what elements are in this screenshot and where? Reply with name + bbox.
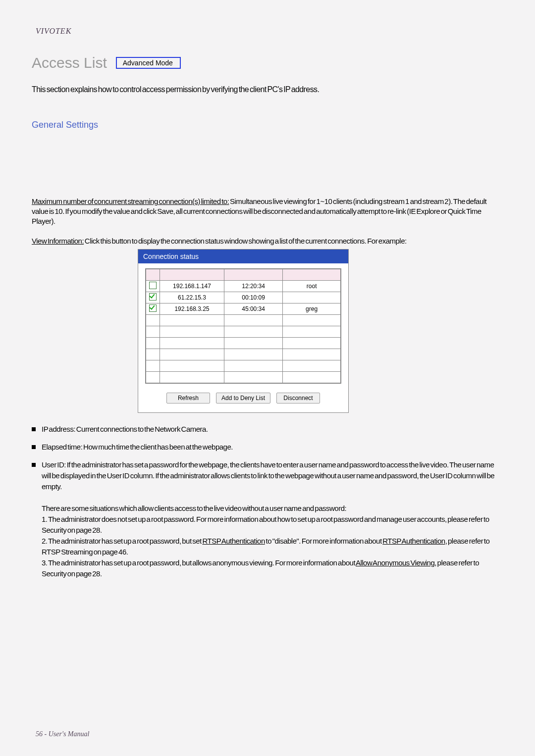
table-row: 61.22.15.3 00:10:09 <box>146 292 341 303</box>
panel-body: 192.168.1.147 12:20:34 root 61.22.15.3 0… <box>138 263 348 412</box>
connection-table-wrap: 192.168.1.147 12:20:34 root 61.22.15.3 0… <box>145 268 341 384</box>
bullet-userid-sub1: 1. The administrator does not set up a r… <box>42 515 489 534</box>
checkbox-icon[interactable] <box>149 282 157 289</box>
bullet-userid-sub2a: 2. The administrator has set up a root p… <box>42 537 202 545</box>
refresh-button[interactable]: Refresh <box>166 393 210 403</box>
row2-check-cell[interactable] <box>146 303 160 315</box>
title-line: Access List Advanced Mode <box>32 54 501 71</box>
rtsp-auth-ref-2: RTSP Authentication <box>382 537 445 545</box>
para-max-conn-label: Maximum number of concurrent streaming c… <box>32 197 229 205</box>
page-title: Access List <box>32 54 107 71</box>
para-max-conn: Maximum number of concurrent streaming c… <box>32 197 501 226</box>
col-user <box>283 269 341 281</box>
row2-time: 45:00:34 <box>224 303 282 315</box>
table-row <box>146 315 341 326</box>
row0-user: root <box>283 281 341 292</box>
row2-user: greg <box>283 303 341 315</box>
row0-ip: 192.168.1.147 <box>160 281 224 292</box>
bullet-userid-intro2: There are some situations which allow cl… <box>42 504 346 512</box>
mode-badge: Advanced Mode <box>116 57 181 69</box>
row1-user <box>283 292 341 303</box>
add-deny-button[interactable]: Add to Deny List <box>216 393 270 403</box>
table-row <box>146 360 341 372</box>
row2-ip: 192.168.3.25 <box>160 303 224 315</box>
table-row <box>146 338 341 349</box>
table-row: 192.168.3.25 45:00:34 greg <box>146 303 341 315</box>
col-ip <box>160 269 224 281</box>
rtsp-auth-ref-1: RTSP Authentication <box>202 537 265 545</box>
col-elapsed <box>224 269 282 281</box>
footer-text: 56 - User's Manual <box>36 730 89 738</box>
bullet-userid: User ID: If the administrator has set a … <box>32 459 501 579</box>
connection-table: 192.168.1.147 12:20:34 root 61.22.15.3 0… <box>146 269 341 383</box>
content-area: Access List Advanced Mode This section e… <box>32 54 501 579</box>
checkbox-icon[interactable] <box>149 304 157 312</box>
col-check <box>146 269 160 281</box>
panel-title: Connection status <box>138 250 348 263</box>
row1-check-cell[interactable] <box>146 292 160 303</box>
anon-viewing-ref: Allow Anonymous Viewing <box>356 558 434 567</box>
row1-time: 00:10:09 <box>224 292 282 303</box>
bullet-elapsed: Elapsed time: How much time the client h… <box>32 442 501 453</box>
bullet-userid-line1: User ID: If the administrator has set a … <box>42 460 494 491</box>
bullet-userid-sub2c: to "disable". For more information about <box>265 537 382 545</box>
disconnect-button[interactable]: Disconnect <box>276 393 320 403</box>
table-row <box>146 326 341 338</box>
para-view-info-label: View Information: <box>32 237 84 245</box>
bullet-list: IP address: Current connections to the N… <box>32 424 501 579</box>
bullet-ip: IP address: Current connections to the N… <box>32 424 501 435</box>
row1-ip: 61.22.15.3 <box>160 292 224 303</box>
panel-buttons: Refresh Add to Deny List Disconnect <box>145 393 341 403</box>
intro-paragraph: This section explains how to control acc… <box>32 85 501 94</box>
para-view-info-body: Click this button to display the connect… <box>84 237 407 245</box>
para-view-info: View Information: Click this button to d… <box>32 236 501 246</box>
checkbox-icon[interactable] <box>149 293 157 301</box>
document-page: VIVOTEK Access List Advanced Mode This s… <box>0 0 535 756</box>
table-row <box>146 372 341 383</box>
section-heading-general: General Settings <box>32 120 501 130</box>
row0-check-cell[interactable] <box>146 281 160 292</box>
table-header-row <box>146 269 341 281</box>
bullet-userid-sub3a: 3. The administrator has set up a root p… <box>42 558 356 567</box>
row0-time: 12:20:34 <box>224 281 282 292</box>
table-row <box>146 349 341 360</box>
brand-text: VIVOTEK <box>36 27 71 36</box>
connection-status-panel: Connection status 192.168.1.147 <box>138 249 349 413</box>
table-row: 192.168.1.147 12:20:34 root <box>146 281 341 292</box>
